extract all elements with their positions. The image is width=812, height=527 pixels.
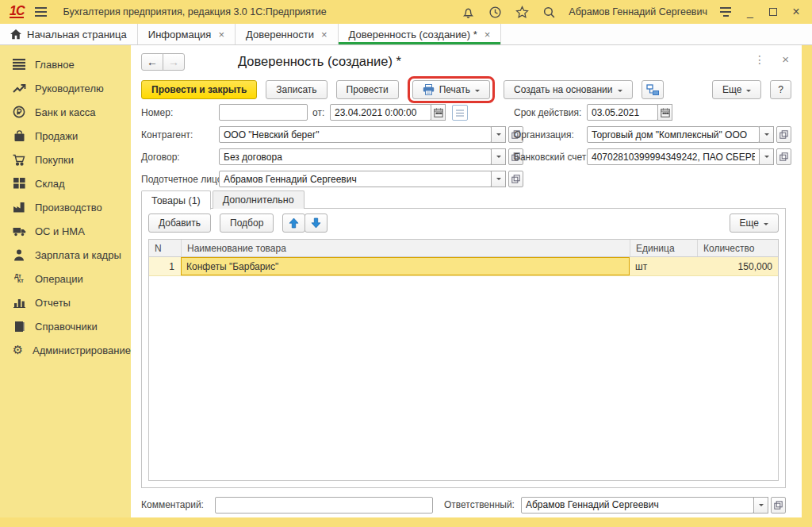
arrow-up-icon <box>289 217 299 229</box>
table-row[interactable]: 1 Конфеты "Барбарис" шт 150,000 <box>149 257 778 276</box>
sidebar-item-warehouse[interactable]: Склад <box>0 171 131 195</box>
unit-cell[interactable]: шт <box>630 257 697 275</box>
nav-back-button[interactable]: ← <box>141 53 163 71</box>
chevron-down-icon <box>496 178 501 183</box>
tab-additional[interactable]: Дополнительно <box>213 190 304 209</box>
main-menu-icon[interactable] <box>35 7 47 17</box>
open-item-button[interactable] <box>776 126 791 143</box>
number-input[interactable] <box>219 104 308 121</box>
section-tabs: Товары (1) Дополнительно <box>141 190 306 210</box>
post-and-close-button[interactable]: Провести и закрыть <box>141 80 257 99</box>
dropdown-button[interactable] <box>759 148 774 165</box>
tab-warrant-create[interactable]: Доверенность (создание) * × <box>339 24 502 44</box>
goods-more-button[interactable]: Еще <box>730 213 779 233</box>
save-button[interactable]: Записать <box>266 80 327 99</box>
print-button[interactable]: Печать <box>412 80 490 99</box>
tab-home[interactable]: Начальная страница <box>0 24 138 44</box>
bank-account-label: Банковский счет: <box>514 152 589 163</box>
contract-input[interactable] <box>219 148 492 165</box>
form-close-icon[interactable]: × <box>782 52 789 66</box>
valid-until-input[interactable] <box>587 104 658 121</box>
sidebar-item-for-manager[interactable]: Руководителю <box>0 76 131 100</box>
favorites-star-icon[interactable] <box>515 5 529 19</box>
dropdown-button[interactable] <box>491 126 506 143</box>
sidebar-item-reports[interactable]: Отчеты <box>0 290 131 314</box>
counterparty-label: Контрагент: <box>141 129 193 140</box>
add-row-button[interactable]: Добавить <box>148 213 211 233</box>
search-icon[interactable] <box>542 5 556 19</box>
column-header-qty[interactable]: Количество <box>697 240 778 256</box>
open-item-button[interactable] <box>771 497 786 514</box>
sidebar-item-directories[interactable]: Справочники <box>0 314 131 338</box>
sidebar-item-administration[interactable]: ⚙ Администрирование <box>0 338 131 362</box>
sidebar-item-bank-cash[interactable]: Банк и касса <box>0 100 131 124</box>
tab-label: Доверенности <box>246 29 314 40</box>
history-icon[interactable] <box>488 5 502 19</box>
sidebar-item-operations[interactable]: Дт Кт Операции <box>0 267 131 290</box>
sidebar-item-main[interactable]: Главное <box>0 52 131 76</box>
sidebar-item-salary-hr[interactable]: Зарплата и кадры <box>0 243 131 267</box>
post-button[interactable]: Провести <box>336 80 399 99</box>
organization-label: Организация: <box>514 129 574 140</box>
book-icon <box>12 321 26 333</box>
close-tab-icon[interactable]: × <box>218 29 224 40</box>
sidebar-item-sales[interactable]: Продажи <box>0 124 131 148</box>
tab-goods[interactable]: Товары (1) <box>141 190 211 210</box>
maximize-button[interactable] <box>769 5 777 19</box>
calendar-button[interactable] <box>431 104 446 121</box>
close-tab-icon[interactable]: × <box>485 29 491 40</box>
button-label: Провести <box>347 84 389 95</box>
create-based-on-button[interactable]: Создать на основании <box>504 80 633 99</box>
counterparty-input[interactable] <box>219 126 492 143</box>
dropdown-button[interactable] <box>759 126 774 143</box>
column-header-n[interactable]: N <box>149 240 181 256</box>
organization-input[interactable] <box>587 126 760 143</box>
subordination-structure-button[interactable] <box>642 80 664 99</box>
column-header-unit[interactable]: Единица <box>630 240 697 256</box>
bank-account-input[interactable] <box>587 148 760 165</box>
open-item-button[interactable] <box>508 171 523 187</box>
pick-button[interactable]: Подбор <box>220 213 274 233</box>
button-label: Добавить <box>159 217 201 229</box>
current-user-name[interactable]: Абрамов Геннадий Сергеевич <box>569 6 707 17</box>
close-tab-icon[interactable]: × <box>321 29 327 40</box>
open-item-button[interactable] <box>776 148 791 165</box>
sidebar-item-purchases[interactable]: Покупки <box>0 148 131 171</box>
open-icon <box>779 130 788 139</box>
tab-information[interactable]: Информация × <box>138 24 236 44</box>
dropdown-button[interactable] <box>491 171 506 187</box>
form-more-button[interactable]: Еще <box>712 80 761 99</box>
form-menu-kebab-icon[interactable]: ⋮ <box>754 53 765 66</box>
move-row-up-button[interactable] <box>282 213 305 233</box>
calendar-button[interactable] <box>657 104 672 121</box>
column-header-name[interactable]: Наименование товара <box>181 240 630 256</box>
open-journal-button[interactable] <box>452 105 468 121</box>
tab-warrants-list[interactable]: Доверенности × <box>236 24 339 44</box>
help-button[interactable]: ? <box>770 80 791 99</box>
responsible-input[interactable] <box>521 497 754 514</box>
sidebar-item-production[interactable]: Производство <box>0 195 131 219</box>
notifications-bell-icon[interactable] <box>461 5 475 19</box>
move-row-down-button[interactable] <box>304 213 327 233</box>
date-input[interactable] <box>330 104 431 121</box>
bar-chart-icon <box>12 297 26 308</box>
close-window-button[interactable]: × <box>790 6 802 18</box>
dropdown-button[interactable] <box>753 497 768 514</box>
nav-forward-button[interactable]: → <box>163 53 185 71</box>
comment-input[interactable] <box>215 497 433 514</box>
row-number-cell[interactable]: 1 <box>149 257 181 275</box>
dt-kt-icon: Дт Кт <box>12 274 26 283</box>
minimize-button[interactable]: _ <box>744 6 756 18</box>
dropdown-button[interactable] <box>491 148 506 165</box>
sidebar-item-label: Операции <box>35 273 83 285</box>
open-windows-tabbar: Начальная страница Информация × Доверенн… <box>0 24 812 45</box>
truck-icon <box>12 225 26 237</box>
chevron-down-icon <box>618 90 622 94</box>
quantity-cell[interactable]: 150,000 <box>697 257 778 275</box>
accountable-person-input[interactable] <box>219 171 492 187</box>
service-menu-icon[interactable] <box>720 7 731 17</box>
1c-logo-icon: 1С <box>10 6 24 18</box>
item-name-cell[interactable]: Конфеты "Барбарис" <box>181 257 630 275</box>
sidebar-item-fixed-assets[interactable]: ОС и НМА <box>0 219 131 243</box>
form-toolbar: Провести и закрыть Записать Провести <box>141 76 791 103</box>
